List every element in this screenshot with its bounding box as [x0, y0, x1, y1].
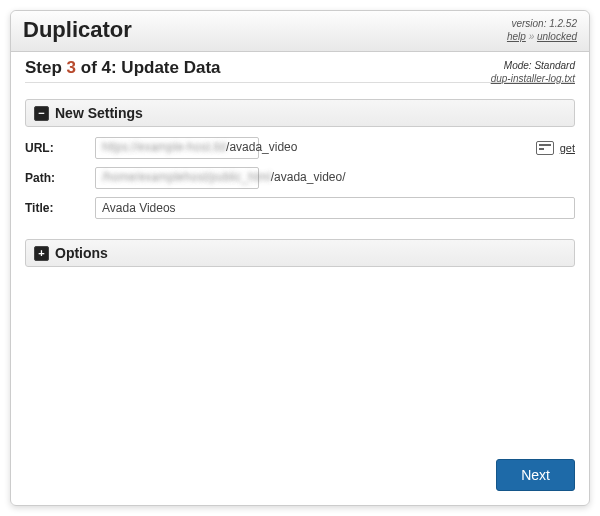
label-path: Path:	[25, 171, 95, 185]
row-path: Path: /home/examplehost/public_html/avad…	[25, 167, 575, 189]
panel-options[interactable]: Options	[25, 239, 575, 267]
label-url: URL:	[25, 141, 95, 155]
input-url[interactable]	[95, 137, 259, 159]
row-title: Title:	[25, 197, 575, 219]
unlocked-link[interactable]: unlocked	[537, 31, 577, 42]
settings-form: URL: https://example-host.tld/avada_vide…	[11, 137, 589, 227]
card-icon[interactable]	[536, 141, 554, 155]
help-link[interactable]: help	[507, 31, 526, 42]
meta-separator: »	[529, 31, 535, 42]
step-suffix: of 4: Update Data	[76, 58, 221, 77]
header: Duplicator version: 1.2.52 help » unlock…	[11, 11, 589, 52]
panel-new-settings-label: New Settings	[55, 105, 143, 121]
input-title[interactable]	[95, 197, 575, 219]
label-title: Title:	[25, 201, 95, 215]
log-link[interactable]: dup-installer-log.txt	[491, 73, 575, 84]
step-number: 3	[67, 58, 76, 77]
get-link[interactable]: get	[560, 142, 575, 154]
version-label: version: 1.2.52	[507, 17, 577, 30]
app-title: Duplicator	[23, 17, 132, 43]
row-url: URL: https://example-host.tld/avada_vide…	[25, 137, 575, 159]
step-prefix: Step	[25, 58, 67, 77]
footer: Next	[11, 445, 589, 505]
input-path-visible: /avada_video/	[271, 170, 346, 184]
panel-new-settings[interactable]: New Settings	[25, 99, 575, 127]
collapse-icon	[34, 106, 49, 121]
expand-icon	[34, 246, 49, 261]
header-meta: version: 1.2.52 help » unlocked	[507, 17, 577, 43]
panel-options-label: Options	[55, 245, 108, 261]
installer-card: Duplicator version: 1.2.52 help » unlock…	[10, 10, 590, 506]
subheader: Mode: Standard dup-installer-log.txt Ste…	[11, 52, 589, 99]
input-path[interactable]	[95, 167, 259, 189]
next-button[interactable]: Next	[496, 459, 575, 491]
